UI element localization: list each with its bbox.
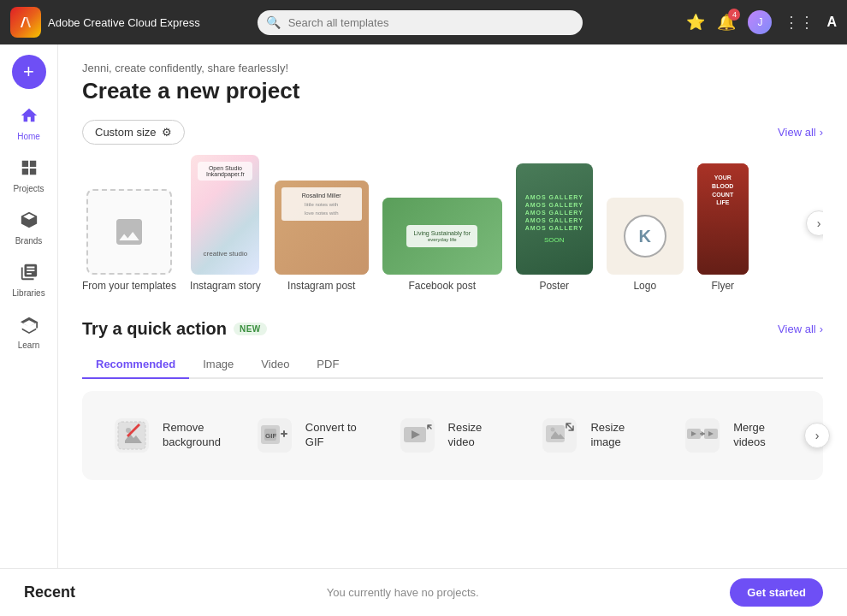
settings-icon: ⚙ (162, 126, 172, 139)
sidebar-item-projects[interactable]: Projects (4, 151, 54, 200)
projects-icon (20, 158, 38, 181)
recent-empty-text: You currently have no projects. (327, 586, 479, 599)
qa-label-remove-bg: Remove background (163, 421, 223, 450)
main-layout: + Home Projects Brands Libraries (0, 44, 847, 568)
project-types-header: Custom size ⚙ View all › (82, 120, 823, 145)
poster-text-4: AMOS GALLERY (525, 217, 583, 223)
convert-gif-icon: GIF (254, 415, 295, 456)
page-title: Create a new project (82, 78, 823, 104)
template-label-flyer: Flyer (711, 280, 734, 292)
chevron-right-icon-qa: › (820, 323, 823, 335)
view-all-templates-link[interactable]: View all › (778, 126, 823, 139)
qa-scroll-next-button[interactable]: › (804, 423, 830, 448)
sidebar-libraries-label: Libraries (12, 288, 44, 298)
qa-label-resize-image: Resize image (590, 421, 651, 450)
tab-video[interactable]: Video (247, 351, 303, 379)
sidebar-item-brands[interactable]: Brands (4, 204, 54, 252)
add-button[interactable]: + (12, 55, 46, 89)
new-badge: NEW (234, 323, 267, 335)
templates-scroll-next-button[interactable]: › (806, 210, 823, 236)
content-area: Jenni, create confidently, share fearles… (58, 44, 847, 568)
adobe-icon[interactable]: A (826, 15, 837, 30)
template-card-instagram-post[interactable]: Rosalind Millerlittle notes withlove not… (275, 181, 369, 292)
chevron-right-icon: › (820, 126, 823, 139)
quick-action-header: Try a quick action NEW View all › (82, 319, 823, 339)
template-thumb-poster: AMOS GALLERY AMOS GALLERY AMOS GALLERY A… (516, 163, 593, 275)
recent-bar: Recent You currently have no projects. G… (0, 568, 847, 616)
templates-scroll: From your templates Open StudioInkandpap… (82, 155, 823, 292)
avatar[interactable]: J (748, 10, 772, 34)
template-card-poster[interactable]: AMOS GALLERY AMOS GALLERY AMOS GALLERY A… (516, 163, 593, 292)
template-card-instagram-story[interactable]: Open StudioInkandpaper.fr creative studi… (190, 155, 261, 292)
svg-text:GIF: GIF (265, 432, 276, 440)
quick-action-tabs: Recommended Image Video PDF (82, 351, 823, 379)
poster-text-3: AMOS GALLERY (525, 210, 583, 216)
tab-recommended[interactable]: Recommended (82, 351, 189, 379)
notification-badge: 4 (728, 9, 740, 21)
qa-card-resize-image[interactable]: Resize image (524, 405, 666, 466)
template-thumb-flyer: YOURBLOODCOUNTLIFE (697, 163, 749, 275)
template-label-poster: Poster (539, 280, 569, 292)
template-card-flyer[interactable]: YOURBLOODCOUNTLIFE Flyer (697, 163, 749, 292)
template-label-from-yours: From your templates (82, 280, 176, 292)
home-icon (20, 106, 38, 129)
template-card-from-yours[interactable]: From your templates (82, 189, 176, 292)
sidebar-item-home[interactable]: Home (4, 99, 54, 148)
sidebar-item-learn[interactable]: Learn (4, 308, 54, 357)
qa-label-merge-videos: Merge videos (733, 421, 794, 450)
poster-text-5: AMOS GALLERY (525, 225, 583, 231)
star-icon[interactable]: ⭐ (686, 13, 705, 32)
search-input[interactable] (258, 10, 583, 35)
search-bar: 🔍 (258, 10, 583, 35)
welcome-text: Jenni, create confidently, share fearles… (82, 62, 823, 74)
merge-videos-icon (682, 415, 723, 456)
qa-card-merge-videos[interactable]: Merge videos (666, 405, 809, 466)
custom-size-button[interactable]: Custom size ⚙ (82, 120, 185, 145)
view-all-quick-actions-link[interactable]: View all › (778, 323, 823, 335)
poster-text-1: AMOS GALLERY (525, 194, 583, 200)
svg-rect-1 (118, 422, 145, 449)
resize-video-icon (397, 415, 438, 456)
template-label-instagram-story: Instagram story (190, 280, 261, 292)
template-label-facebook-post: Facebook post (408, 280, 476, 292)
template-thumb-instagram-story: Open StudioInkandpaper.fr creative studi… (191, 155, 259, 275)
quick-action-cards: Remove background GIF (82, 391, 823, 480)
search-icon: 🔍 (266, 15, 281, 29)
apps-icon[interactable]: ⋮⋮ (784, 13, 814, 32)
sidebar-brands-label: Brands (15, 236, 43, 246)
header-logo: Adobe Creative Cloud Express (10, 7, 200, 38)
sidebar-learn-label: Learn (18, 341, 40, 350)
template-label-instagram-post: Instagram post (287, 280, 355, 292)
logo-letter: K (624, 215, 666, 258)
template-thumb-from-yours (86, 189, 172, 275)
qa-card-resize-video[interactable]: Resize video (382, 405, 524, 466)
sidebar-projects-label: Projects (13, 184, 44, 193)
poster-text-2: AMOS GALLERY (525, 202, 583, 208)
get-started-button[interactable]: Get started (730, 578, 823, 607)
template-thumb-facebook-post: Living Sustainably foreveryday life (382, 198, 502, 275)
qa-label-convert-gif: Convert to GIF (305, 421, 366, 450)
poster-soon-text: SOON (544, 236, 565, 244)
tab-pdf[interactable]: PDF (303, 351, 352, 379)
template-card-logo[interactable]: K Logo (607, 198, 684, 292)
template-label-logo: Logo (633, 280, 656, 292)
libraries-icon (20, 263, 38, 286)
svg-point-12 (551, 428, 555, 432)
tab-image[interactable]: Image (189, 351, 247, 379)
remove-bg-icon (111, 415, 152, 456)
qa-card-remove-bg[interactable]: Remove background (96, 405, 239, 466)
qa-label-resize-video: Resize video (448, 421, 509, 450)
header: Adobe Creative Cloud Express 🔍 ⭐ 🔔 4 J ⋮… (0, 0, 847, 44)
notification-icon[interactable]: 🔔 4 (717, 13, 736, 32)
learn-icon (20, 315, 38, 338)
app-name: Adobe Creative Cloud Express (48, 16, 200, 29)
quick-action-cards-wrap: Remove background GIF (82, 391, 823, 480)
brands-icon (20, 210, 38, 234)
qa-card-convert-gif[interactable]: GIF Convert to GIF (239, 405, 382, 466)
sidebar-item-libraries[interactable]: Libraries (4, 256, 54, 305)
recent-title: Recent (24, 583, 75, 601)
sidebar-home-label: Home (17, 132, 40, 141)
quick-actions-section: Try a quick action NEW View all › Recomm… (82, 319, 823, 480)
template-card-facebook-post[interactable]: Living Sustainably foreveryday life Face… (382, 198, 502, 292)
app-logo-icon (10, 7, 41, 38)
